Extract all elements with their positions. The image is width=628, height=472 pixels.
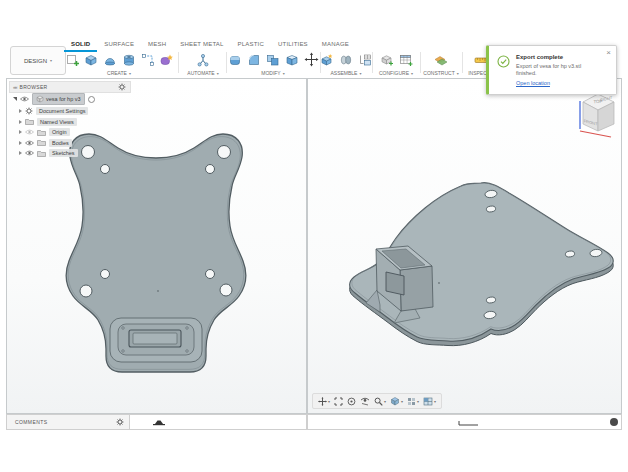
collapse-panel-icon[interactable]: ««	[13, 84, 17, 90]
named-views-label: Named Views	[37, 118, 77, 126]
construct-plane-button[interactable]	[433, 53, 449, 67]
revolve-button[interactable]	[102, 53, 118, 67]
visibility-eye-icon[interactable]	[25, 150, 34, 156]
extrude-button[interactable]	[83, 53, 99, 67]
fusion-360-window: { "toolbar": { "design_button": "DESIGN"…	[0, 0, 628, 472]
revolve-icon	[103, 53, 117, 67]
visibility-eye-icon[interactable]	[25, 140, 34, 146]
ribbon-group-label-automate[interactable]: AUTOMATE ▾	[182, 70, 224, 76]
timeline-marker-icon[interactable]	[152, 418, 166, 427]
browser-row-root[interactable]: vesa for hp v3	[13, 94, 95, 104]
browser-gear-icon[interactable]	[118, 83, 126, 91]
expand-triangle-icon[interactable]	[19, 141, 22, 145]
ribbon-group-label-configure[interactable]: CONFIGURE ▾	[374, 70, 418, 76]
expand-open-triangle-icon[interactable]	[13, 97, 17, 101]
expand-triangle-icon[interactable]	[19, 151, 22, 155]
construct-label: CONSTRUCT	[423, 70, 454, 76]
comments-gear-icon[interactable]	[116, 418, 124, 426]
sketch-dimension-button[interactable]	[140, 53, 155, 66]
shell-button[interactable]	[284, 53, 300, 67]
pan-button[interactable]: ▾	[318, 397, 330, 406]
ribbon-group-label-modify[interactable]: MODIFY ▾	[228, 70, 318, 76]
zoom-icon	[374, 397, 383, 406]
configure-icon	[380, 53, 394, 67]
viewport-left[interactable]: «« BROWSER vesa for hp v3 Document Setti…	[6, 78, 307, 414]
assemble-label: ASSEMBLE	[331, 70, 358, 76]
move-copy-icon	[304, 52, 319, 67]
create-label: CREATE	[107, 70, 127, 76]
orbit-button[interactable]	[347, 397, 356, 406]
expand-triangle-icon[interactable]	[19, 130, 22, 134]
caret-down-icon: ▾	[129, 71, 131, 76]
origin-point	[157, 290, 159, 292]
design-menu-button[interactable]: DESIGN ▾	[10, 46, 66, 75]
caret-down-icon: ▾	[50, 58, 52, 63]
timeline-bar-right[interactable]	[307, 414, 622, 430]
fit-button[interactable]	[334, 397, 343, 406]
caret-down-icon: ▾	[434, 399, 436, 404]
ribbon-group-automate: AUTOMATE ▾	[182, 51, 224, 76]
display-settings-button[interactable]: ▾	[390, 396, 403, 406]
ribbon-group-modify: MODIFY ▾	[228, 51, 318, 76]
look-at-icon	[360, 397, 370, 406]
timeline-bar-left[interactable]	[129, 414, 307, 430]
automate-icon	[196, 53, 210, 67]
fillet-button[interactable]	[246, 53, 262, 67]
grid-snaps-button[interactable]: ▾	[407, 397, 419, 406]
sketch-dimension-icon	[141, 53, 154, 66]
hole-button[interactable]	[121, 53, 137, 67]
sketches-label: Sketches	[49, 149, 78, 157]
configure-label: CONFIGURE	[379, 70, 409, 76]
look-at-button[interactable]	[360, 397, 370, 406]
create-form-icon	[159, 53, 173, 67]
configuration-table-button[interactable]	[398, 53, 414, 67]
plate-top-view[interactable]	[66, 134, 246, 372]
success-check-icon	[497, 55, 510, 68]
create-sketch-button[interactable]	[65, 53, 80, 66]
caret-down-icon: ▾	[457, 71, 459, 76]
viewports-button[interactable]: ▾	[423, 397, 436, 406]
toast-message: Export of vesa for hp v3.stl finished.	[516, 63, 594, 78]
automate-button[interactable]	[195, 53, 211, 67]
as-built-joint-icon	[358, 53, 372, 67]
pan-icon	[318, 397, 327, 406]
new-component-icon	[320, 53, 334, 67]
as-built-joint-button[interactable]	[357, 53, 373, 67]
visibility-eye-off-icon[interactable]	[25, 129, 34, 135]
combine-button[interactable]	[265, 53, 281, 67]
origin-point	[438, 282, 440, 284]
close-icon[interactable]: ×	[606, 49, 611, 57]
browser-panel-header[interactable]: «« BROWSER	[9, 81, 131, 93]
create-form-button[interactable]	[158, 53, 174, 67]
view-cube[interactable]: TOP FRONT RIGHT	[571, 87, 619, 143]
viewport-right[interactable]: TOP FRONT RIGHT ▾ ▾ ▾ ▾	[307, 78, 622, 414]
joint-button[interactable]	[338, 53, 354, 67]
comments-panel[interactable]: COMMENTS	[6, 414, 130, 430]
press-pull-button[interactable]	[227, 53, 243, 67]
expand-triangle-icon[interactable]	[19, 120, 22, 124]
fillet-icon	[247, 53, 261, 67]
browser-row-sketches[interactable]: Sketches	[19, 148, 78, 158]
plate-iso-view[interactable]	[350, 183, 614, 346]
browser-row-named-views[interactable]: Named Views	[19, 117, 77, 127]
move-copy-button[interactable]	[303, 52, 320, 67]
combine-icon	[266, 53, 280, 67]
activate-component-radio[interactable]	[88, 96, 95, 103]
expand-triangle-icon[interactable]	[19, 109, 22, 113]
browser-row-bodies[interactable]: Bodies	[19, 138, 72, 148]
ribbon-group-label-construct[interactable]: CONSTRUCT ▾	[422, 70, 460, 76]
settings-gear-icon	[25, 107, 33, 115]
zoom-button[interactable]: ▾	[374, 397, 386, 406]
design-menu-label: DESIGN	[24, 58, 47, 64]
new-component-button[interactable]	[319, 53, 335, 67]
ribbon-group-label-assemble[interactable]: ASSEMBLE ▾	[322, 70, 370, 76]
caret-down-icon: ▾	[283, 71, 285, 76]
configure-button[interactable]	[379, 53, 395, 67]
job-status-button[interactable]	[610, 418, 618, 426]
open-location-link[interactable]: Open location	[516, 80, 550, 86]
ribbon-group-label-create[interactable]: CREATE ▾	[62, 70, 176, 76]
visibility-eye-icon[interactable]	[20, 96, 29, 102]
browser-row-origin[interactable]: Origin	[19, 127, 70, 137]
ribbon-group-assemble: ASSEMBLE ▾	[322, 51, 370, 76]
browser-row-document-settings[interactable]: Document Settings	[19, 106, 88, 116]
